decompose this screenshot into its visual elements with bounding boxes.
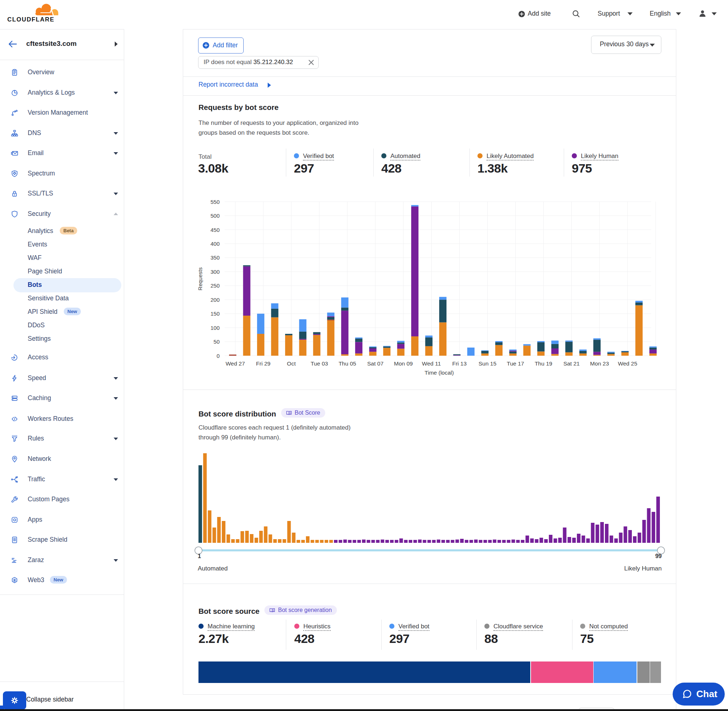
- svg-text:250: 250: [211, 283, 220, 289]
- svg-text:300: 300: [211, 268, 220, 275]
- svg-text:50: 50: [213, 339, 220, 345]
- svg-text:550: 550: [211, 199, 220, 205]
- svg-text:Fri 13: Fri 13: [452, 360, 467, 367]
- svg-text:Automated: Automated: [198, 565, 227, 572]
- svg-text:Wed 11: Wed 11: [422, 360, 441, 367]
- svg-text:400: 400: [211, 240, 220, 247]
- svg-text:Sat 07: Sat 07: [367, 360, 384, 367]
- svg-text:1: 1: [198, 553, 201, 559]
- svg-text:0: 0: [217, 353, 220, 359]
- svg-text:Mon 09: Mon 09: [394, 360, 413, 367]
- svg-text:Wed 25: Wed 25: [618, 360, 637, 367]
- svg-text:Requests: Requests: [197, 267, 203, 290]
- svg-text:Sun 15: Sun 15: [478, 360, 496, 367]
- svg-text:Fri 29: Fri 29: [256, 360, 270, 367]
- svg-text:99: 99: [655, 553, 662, 559]
- svg-text:450: 450: [211, 227, 220, 233]
- svg-text:100: 100: [211, 325, 220, 331]
- svg-text:Wed 27: Wed 27: [226, 360, 245, 367]
- svg-text:Tue 17: Tue 17: [507, 360, 524, 367]
- svg-text:350: 350: [211, 254, 220, 261]
- svg-text:150: 150: [211, 311, 220, 317]
- svg-text:Oct: Oct: [287, 360, 296, 367]
- svg-text:Likely Human: Likely Human: [624, 565, 662, 572]
- svg-text:Tue 03: Tue 03: [311, 360, 328, 367]
- svg-text:Mon 23: Mon 23: [590, 360, 609, 367]
- svg-text:Thu 05: Thu 05: [339, 360, 356, 367]
- svg-text:Time (local): Time (local): [425, 370, 454, 376]
- svg-text:Thu 19: Thu 19: [535, 360, 552, 367]
- svg-text:500: 500: [211, 212, 220, 219]
- svg-text:200: 200: [211, 297, 220, 303]
- svg-text:Sat 21: Sat 21: [563, 360, 580, 367]
